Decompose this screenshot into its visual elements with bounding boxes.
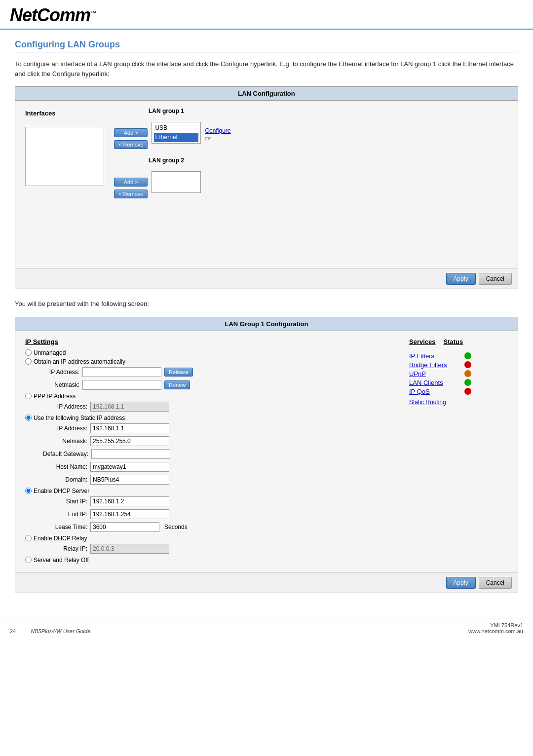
footer-left: NB5Plus4/W User Guide (31, 628, 90, 634)
upnp-link[interactable]: UPnP (409, 370, 458, 378)
lan-group-2-add-btn[interactable]: Add > (114, 178, 148, 187)
lan-group1-apply-btn[interactable]: Apply (446, 577, 476, 589)
logo: NetComm™ (10, 5, 96, 26)
radio-ppp-label: PPP IP Address (34, 393, 76, 400)
lan-group-1-listbox[interactable]: USB Ethernet (152, 122, 201, 144)
netmask-input[interactable] (82, 380, 161, 390)
lan-group-2-label: LAN group 2 (149, 157, 184, 164)
radio-dhcp-relay[interactable] (25, 535, 32, 541)
lease-time-row: Lease Time: Seconds (25, 522, 394, 532)
lan-config-apply-btn[interactable]: Apply (446, 273, 476, 285)
service-lan-clients: LAN Clients (409, 379, 508, 386)
radio-static[interactable] (25, 415, 32, 421)
lan-group-1-remove-btn[interactable]: < Remove (114, 140, 148, 149)
lease-time-unit: Seconds (164, 524, 188, 530)
ppp-ip-label: IP Address: (43, 403, 87, 410)
radio-ppp[interactable] (25, 393, 32, 399)
radio-unmanaged-label: Unmanaged (34, 349, 66, 356)
static-ip-label: IP Address: (43, 425, 87, 432)
status-label: Status (444, 338, 463, 345)
ip-qos-link[interactable]: IP QoS (409, 388, 458, 395)
ip-filters-link[interactable]: IP Filters (409, 352, 458, 360)
lan-group1-config-panel-footer: Apply Cancel (15, 572, 518, 593)
default-gateway-label: Default Gateway: (43, 451, 88, 457)
radio-dhcp-server-row: Enable DHCP Server (25, 488, 394, 494)
lan-config-panel-header: LAN Configuration (15, 87, 518, 101)
static-netmask-label: Netmask: (43, 438, 87, 445)
ip-filters-status (464, 352, 471, 359)
ip-address-input[interactable] (82, 367, 161, 377)
relay-ip-input[interactable] (90, 544, 169, 554)
default-gateway-row: Default Gateway: (25, 449, 394, 459)
lan-group-1-item-ethernet[interactable]: Ethernet (154, 133, 198, 142)
radio-ppp-row: PPP IP Address (25, 393, 394, 400)
host-name-label: Host Name: (43, 463, 87, 470)
following-screen-text: You will be presented with the following… (15, 299, 518, 309)
lease-time-input[interactable] (90, 522, 159, 532)
relay-ip-label: Relay IP: (43, 545, 87, 552)
static-ip-input[interactable] (90, 423, 169, 433)
page-title: Configuring LAN Groups (15, 39, 518, 52)
lan-group-2-remove-btn[interactable]: < Remove (114, 189, 148, 198)
service-upnp: UPnP (409, 370, 508, 378)
ppp-ip-input[interactable] (90, 402, 169, 412)
radio-static-label: Use the following Static IP address (34, 415, 125, 421)
lan-group-1-item-usb[interactable]: USB (154, 123, 198, 133)
radio-dhcp-server[interactable] (25, 488, 32, 494)
service-static-routing: Static Routing (409, 397, 508, 406)
lan-group1-cancel-btn[interactable]: Cancel (479, 577, 512, 589)
bridge-filters-link[interactable]: Bridge Filters (409, 361, 458, 369)
radio-dhcp-server-label: Enable DHCP Server (34, 488, 89, 494)
footer-right-bottom: www.netcomm.com.au (468, 628, 523, 634)
lan-config-panel: LAN Configuration Interfaces LAN group 1 (15, 86, 518, 289)
radio-obtain-auto-label: Obtain an IP address automatically (34, 358, 125, 365)
radio-unmanaged[interactable] (25, 349, 32, 356)
page-footer: 24 NB5Plus4/W User Guide YML754Rev1 www.… (0, 618, 533, 638)
radio-server-relay-off-row: Server and Relay Off (25, 557, 394, 564)
end-ip-row: End IP: (25, 509, 394, 519)
configure-link[interactable]: Configure (205, 113, 230, 134)
radio-static-row: Use the following Static IP address (25, 415, 394, 421)
services-label: Services (409, 338, 436, 345)
lan-group-1: LAN group 1 Add > < Remove USB Ethernet (114, 108, 508, 149)
radio-server-relay-off[interactable] (25, 557, 32, 563)
end-ip-input[interactable] (90, 509, 169, 519)
interfaces-listbox (25, 127, 104, 186)
relay-ip-row: Relay IP: (25, 544, 394, 554)
lan-config-panel-footer: Apply Cancel (15, 268, 518, 289)
start-ip-label: Start IP: (43, 498, 87, 505)
lan-group-1-add-btn[interactable]: Add > (114, 128, 148, 137)
lan-group-2: LAN group 2 Add > < Remove (114, 157, 508, 198)
ip-address-label: IP Address: (35, 369, 79, 376)
lan-group-2-listbox[interactable] (152, 171, 201, 193)
static-netmask-row: Netmask: (25, 436, 394, 446)
lan-clients-link[interactable]: LAN Clients (409, 379, 458, 386)
footer-right-top: YML754Rev1 (468, 622, 523, 628)
domain-input[interactable] (90, 475, 169, 485)
domain-label: Domain: (43, 476, 87, 483)
radio-dhcp-relay-label: Enable DHCP Relay (34, 535, 87, 542)
description-text: To configure an interface of a LAN group… (15, 59, 518, 78)
static-routing-link[interactable]: Static Routing (409, 399, 446, 406)
start-ip-input[interactable] (90, 496, 169, 506)
ip-qos-status (464, 388, 471, 395)
service-ip-qos: IP QoS (409, 388, 508, 395)
release-btn[interactable]: Release (164, 368, 193, 377)
lan-clients-status (464, 379, 471, 386)
static-netmask-input[interactable] (90, 436, 169, 446)
netmask-row: Netmask: Renew (25, 380, 394, 390)
upnp-status (464, 370, 471, 377)
host-name-input[interactable] (90, 462, 169, 472)
domain-row: Domain: (25, 475, 394, 485)
service-ip-filters: IP Filters (409, 352, 508, 360)
end-ip-label: End IP: (43, 511, 87, 518)
lease-time-label: Lease Time: (43, 524, 87, 530)
page-header: NetComm™ (0, 0, 533, 30)
default-gateway-input[interactable] (91, 449, 170, 459)
radio-server-relay-off-label: Server and Relay Off (34, 557, 89, 564)
static-ip-row: IP Address: (25, 423, 394, 433)
radio-obtain-auto[interactable] (25, 358, 32, 365)
service-bridge-filters: Bridge Filters (409, 361, 508, 369)
renew-btn[interactable]: Renew (164, 380, 190, 389)
lan-config-cancel-btn[interactable]: Cancel (479, 273, 512, 285)
